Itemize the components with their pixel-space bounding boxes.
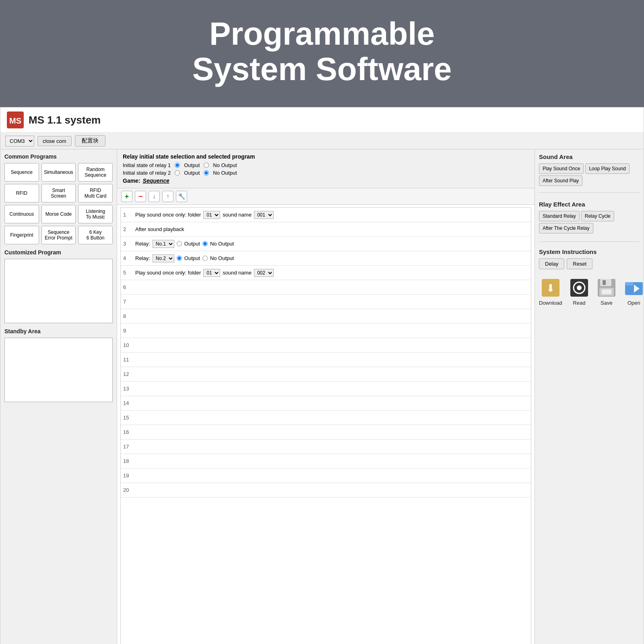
close-com-button[interactable]: close com	[37, 136, 72, 146]
standby-area-box	[4, 338, 113, 402]
btn-continuous[interactable]: Continuous	[4, 205, 39, 223]
svg-point-6	[577, 285, 582, 290]
step3-relay-select[interactable]: No.1No.2No.3No.4	[153, 240, 174, 248]
btn-smart-screen[interactable]: SmartScreen	[41, 184, 76, 202]
save-icon-item[interactable]: Save	[596, 277, 617, 306]
download-icon-item[interactable]: ⬇ Download	[539, 277, 562, 306]
step-row-13: 13	[121, 382, 531, 396]
app-logo: MS	[7, 111, 24, 128]
app-window: MS MS 1.1 system COM3 COM4 COM5 close co…	[0, 107, 644, 644]
step4-no-output-radio[interactable]	[202, 256, 208, 261]
btn-6-key-6-button[interactable]: 6 Key6 Button	[78, 226, 113, 244]
step5-folder-select[interactable]: 010203	[203, 269, 220, 277]
relay2-output-radio[interactable]	[175, 170, 180, 175]
relay2-no-output-label: No Output	[213, 170, 237, 176]
step-row-19: 19	[121, 469, 531, 483]
left-panel: Common Programs Sequence Simultaneous Ra…	[0, 149, 117, 644]
step-row-18: 18	[121, 454, 531, 469]
delete-step-button[interactable]: −	[135, 191, 146, 202]
step2-text: After sound playback	[135, 226, 184, 232]
relay1-output-radio[interactable]	[175, 163, 180, 168]
relay1-label: Initial state of relay 1	[123, 162, 171, 168]
btn-morse-code[interactable]: Morse Code	[41, 205, 76, 223]
step1-sound-label: sound name	[223, 212, 252, 218]
move-up-button[interactable]: ↑	[162, 191, 173, 202]
btn-sequence[interactable]: Sequence	[4, 163, 39, 182]
relay-effect-title: Rlay Effect Area	[539, 201, 640, 208]
read-icon-item[interactable]: Read	[569, 277, 590, 306]
step-content-1: Play sound once only: folder 010203 soun…	[135, 211, 528, 219]
btn-rfid[interactable]: RFID	[4, 184, 39, 202]
step-row-15: 15	[121, 411, 531, 425]
btn-random-sequence[interactable]: RandomSequence	[78, 163, 113, 182]
com-port-select[interactable]: COM3 COM4 COM5	[5, 136, 34, 147]
divider-1	[539, 192, 640, 193]
relay1-no-output-label: No Output	[213, 162, 237, 168]
step-content-3: Relay: No.1No.2No.3No.4 Output No Output	[135, 240, 528, 248]
main-layout: Common Programs Sequence Simultaneous Ra…	[0, 149, 644, 644]
open-icon-item[interactable]: Open	[623, 277, 644, 306]
step3-no-output-label: No Output	[210, 241, 234, 247]
btn-listening-to-music[interactable]: ListeningTo Music	[78, 205, 113, 223]
after-the-cycle-relay-button[interactable]: After The Cycle Relay	[539, 223, 593, 233]
relay-header: Relay initial state selection and select…	[117, 149, 535, 188]
step-num-5: 5	[123, 270, 135, 276]
action-bar: + − ↓ ↑ 🔧	[117, 188, 535, 205]
download-label: Download	[539, 300, 562, 306]
relay2-output-label: Output	[184, 170, 200, 176]
step-row-16: 16	[121, 425, 531, 440]
relay-effect-buttons: Standard Relay Relay Cycle After The Cyc…	[539, 211, 640, 233]
standby-area-title: Standby Area	[4, 328, 113, 334]
step-row-12: 12	[121, 367, 531, 382]
step-content-5: Play sound once only: folder 010203 soun…	[135, 269, 528, 277]
relay2-no-output-radio[interactable]	[204, 170, 209, 175]
btn-rfid-multi-card[interactable]: RFIDMulti Card	[78, 184, 113, 202]
step4-relay-select[interactable]: No.1No.2No.3No.4	[153, 254, 174, 262]
after-sound-play-button[interactable]: After Sound Play	[539, 175, 582, 186]
move-down-button[interactable]: ↓	[149, 191, 160, 202]
system-instructions-box: System Instructions Delay Reset	[539, 248, 640, 269]
standard-relay-button[interactable]: Standard Relay	[539, 211, 580, 221]
step-row-11: 11	[121, 353, 531, 367]
read-label: Read	[573, 300, 585, 306]
game-value: Sequence	[143, 178, 169, 184]
divider-2	[539, 242, 640, 242]
config-block-button[interactable]: 配置块	[75, 135, 105, 147]
step-row-2: 2 After sound playback	[121, 222, 531, 237]
step4-output-radio[interactable]	[177, 256, 182, 261]
reset-button[interactable]: Reset	[567, 258, 592, 269]
play-sound-once-button[interactable]: Play Sound Once	[539, 163, 584, 174]
open-label: Open	[627, 300, 640, 306]
step1-sound-select[interactable]: 001002003	[254, 211, 274, 219]
step-num-4: 4	[123, 255, 135, 261]
add-step-button[interactable]: +	[121, 191, 132, 202]
relay1-no-output-radio[interactable]	[204, 163, 209, 168]
toolbar: COM3 COM4 COM5 close com 配置块	[0, 133, 644, 149]
svg-rect-13	[625, 282, 633, 285]
relay-cycle-button[interactable]: Relay Cycle	[581, 211, 614, 221]
tool-button[interactable]: 🔧	[176, 191, 187, 202]
step-row-4: 4 Relay: No.1No.2No.3No.4 Output No Outp…	[121, 251, 531, 266]
step-row-6: 6	[121, 280, 531, 295]
sound-area-title: Sound Area	[539, 153, 640, 160]
step-row-14: 14	[121, 396, 531, 411]
btn-fingerprint[interactable]: Fingerprint	[4, 226, 39, 244]
step1-folder-select[interactable]: 010203	[203, 211, 220, 219]
btn-sequence-error-prompt[interactable]: SequenceError Prompt	[41, 226, 76, 244]
common-programs-title: Common Programs	[4, 153, 113, 160]
step3-output-radio[interactable]	[177, 241, 182, 246]
step3-output-label: Output	[184, 241, 200, 247]
sound-area-buttons: Play Sound Once Loop Play Sound After So…	[539, 163, 640, 186]
step-row-8: 8	[121, 309, 531, 324]
btn-simultaneous[interactable]: Simultaneous	[41, 163, 76, 182]
step5-text: Play sound once only: folder	[135, 270, 201, 276]
step5-sound-select[interactable]: 001002003	[254, 269, 274, 277]
relay1-row: Initial state of relay 1 Output No Outpu…	[123, 162, 529, 168]
step5-sound-label: sound name	[223, 270, 252, 276]
step-row-1: 1 Play sound once only: folder 010203 so…	[121, 208, 531, 222]
loop-play-sound-button[interactable]: Loop Play Sound	[585, 163, 629, 174]
step3-relay-label: Relay:	[135, 241, 150, 247]
delay-button[interactable]: Delay	[539, 258, 564, 269]
step3-no-output-radio[interactable]	[202, 241, 208, 246]
sound-area-box: Sound Area Play Sound Once Loop Play Sou…	[539, 153, 640, 186]
